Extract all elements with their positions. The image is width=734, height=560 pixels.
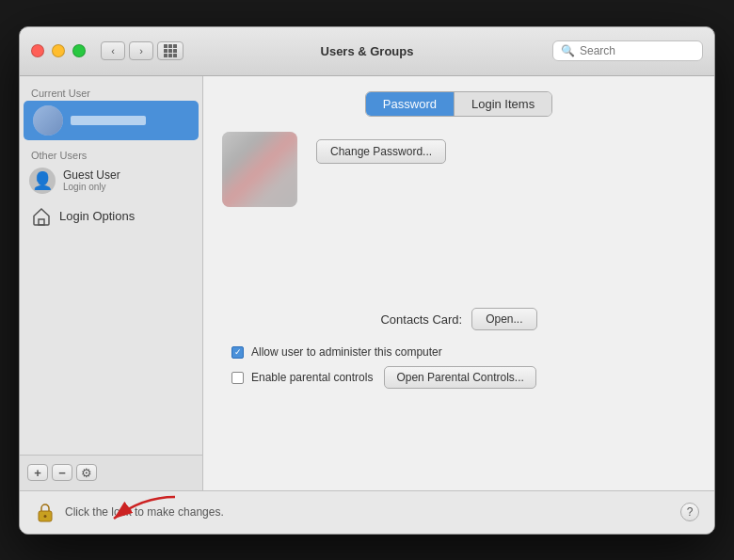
- guest-user-avatar: 👤: [29, 168, 56, 194]
- titlebar: ‹ › Users & Groups 🔍: [20, 27, 714, 76]
- guest-user-name: Guest User: [63, 168, 120, 182]
- tabs-container: Password Login Items: [222, 91, 695, 117]
- search-box[interactable]: 🔍: [552, 40, 703, 61]
- svg-rect-0: [39, 219, 44, 225]
- nav-buttons: ‹ ›: [101, 41, 153, 60]
- profile-actions: Change Password...: [316, 132, 446, 164]
- grid-icon: [164, 44, 177, 57]
- main-content: Current User Other Users 👤: [20, 76, 714, 490]
- tab-password[interactable]: Password: [366, 92, 455, 116]
- bottom-bar: Click the lock to make changes. ?: [20, 490, 714, 534]
- admin-checkbox[interactable]: [231, 346, 244, 359]
- back-icon: ‹: [111, 45, 115, 56]
- main-window: ‹ › Users & Groups 🔍 Current User: [19, 26, 715, 535]
- remove-user-button[interactable]: −: [52, 464, 72, 481]
- avatar-image-blurred: [222, 132, 297, 207]
- current-user-avatar: [33, 105, 63, 136]
- parental-checkbox-row: Enable parental controls Open Parental C…: [222, 362, 695, 392]
- user-profile-area: Change Password...: [222, 132, 695, 207]
- gear-icon: ⚙: [81, 466, 92, 480]
- close-button[interactable]: [31, 44, 44, 57]
- parental-checkbox[interactable]: [231, 372, 244, 384]
- forward-button[interactable]: ›: [129, 41, 153, 60]
- current-user-info: [71, 116, 146, 125]
- open-contacts-button[interactable]: Open...: [471, 308, 536, 330]
- current-user-item[interactable]: [24, 101, 199, 140]
- minimize-button[interactable]: [52, 44, 65, 57]
- window-title: Users & Groups: [321, 44, 414, 58]
- profile-avatar: [222, 132, 297, 207]
- add-user-button[interactable]: +: [27, 464, 48, 481]
- tab-group: Password Login Items: [365, 91, 552, 117]
- lock-icon[interactable]: [35, 502, 56, 522]
- contacts-row: Contacts Card: Open...: [222, 308, 695, 330]
- sidebar-list: Current User Other Users 👤: [20, 76, 202, 455]
- guest-user-item[interactable]: 👤 Guest User Login only: [20, 163, 202, 199]
- contacts-card-label: Contacts Card:: [380, 312, 462, 327]
- forward-icon: ›: [139, 45, 143, 56]
- house-icon: [31, 206, 52, 227]
- settings-button[interactable]: ⚙: [76, 464, 97, 481]
- admin-checkbox-label: Allow user to administer this computer: [251, 345, 442, 359]
- search-input[interactable]: [580, 44, 694, 57]
- sidebar: Current User Other Users 👤: [20, 76, 203, 490]
- tab-login-items[interactable]: Login Items: [455, 92, 551, 116]
- login-options-label: Login Options: [59, 209, 135, 223]
- grid-button[interactable]: [157, 41, 184, 60]
- other-users-header: Other Users: [20, 146, 202, 163]
- current-user-header: Current User: [20, 84, 202, 101]
- login-options-item[interactable]: Login Options: [20, 200, 202, 232]
- open-parental-controls-button[interactable]: Open Parental Controls...: [384, 366, 535, 389]
- right-panel: Password Login Items Change Password... …: [203, 76, 714, 490]
- parental-checkbox-label: Enable parental controls: [251, 371, 373, 384]
- person-icon: 👤: [32, 170, 53, 191]
- change-password-button[interactable]: Change Password...: [316, 139, 446, 164]
- guest-user-info: Guest User Login only: [63, 168, 120, 192]
- svg-point-2: [44, 515, 47, 518]
- help-button[interactable]: ?: [680, 503, 699, 521]
- search-icon: 🔍: [561, 44, 575, 57]
- lock-status-text: Click the lock to make changes.: [65, 505, 224, 519]
- maximize-button[interactable]: [72, 44, 86, 57]
- back-button[interactable]: ‹: [101, 41, 125, 60]
- sidebar-toolbar: + − ⚙: [20, 455, 202, 490]
- admin-checkbox-row: Allow user to administer this computer: [222, 342, 695, 362]
- traffic-lights: [31, 44, 86, 57]
- guest-user-subtitle: Login only: [63, 182, 120, 192]
- current-user-name-blurred: [71, 116, 146, 125]
